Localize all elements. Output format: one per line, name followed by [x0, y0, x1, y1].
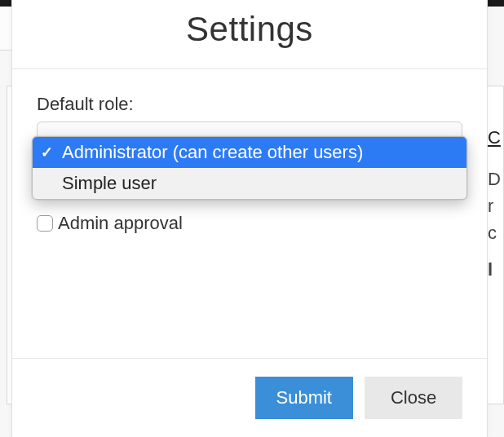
default-role-dropdown: ✓ Administrator (can create other users)… [32, 136, 467, 200]
modal-header: Settings [12, 0, 487, 69]
admin-approval-label: Admin approval [58, 213, 183, 234]
dropdown-option-label: Simple user [62, 173, 457, 194]
dropdown-option-administrator[interactable]: ✓ Administrator (can create other users) [33, 137, 466, 168]
close-button[interactable]: Close [365, 377, 462, 419]
app-toolbar-fragment [0, 7, 11, 51]
admin-approval-row[interactable]: Admin approval [37, 213, 462, 234]
checkmark-icon: ✓ [41, 143, 62, 161]
settings-modal: Settings Default role: ✓ Administrator (… [11, 0, 488, 437]
modal-title: Settings [37, 10, 462, 49]
dropdown-option-simple-user[interactable]: ✓ Simple user [33, 168, 466, 199]
bg-header-char: C [488, 124, 504, 151]
admin-approval-checkbox[interactable] [37, 215, 53, 232]
modal-footer: Submit Close [12, 358, 487, 437]
modal-body: Default role: ✓ Administrator (can creat… [12, 69, 487, 358]
background-text-fragment: C D r c l [488, 124, 504, 283]
default-role-select[interactable]: ✓ Administrator (can create other users)… [37, 121, 462, 157]
dropdown-option-label: Administrator (can create other users) [62, 142, 457, 163]
submit-button[interactable]: Submit [255, 377, 353, 419]
default-role-label: Default role: [37, 94, 462, 115]
